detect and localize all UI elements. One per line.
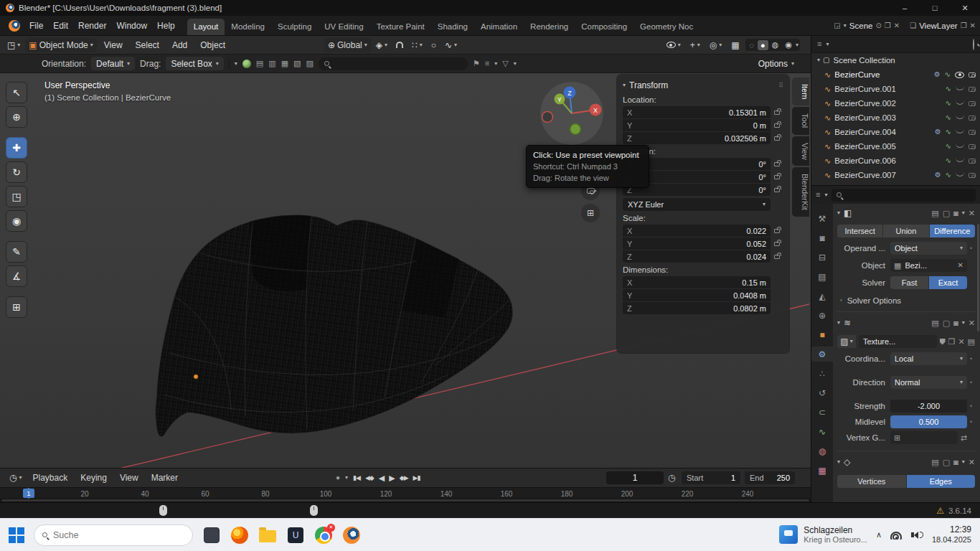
search-input[interactable] <box>53 530 168 540</box>
location-x-field[interactable]: X0.15301 m <box>623 106 771 118</box>
chevron-down-icon[interactable]: ▾ <box>345 475 348 481</box>
sidebar-tab-blenderkit[interactable]: BlenderKit <box>792 167 809 217</box>
dimensions-y-field[interactable]: Y0.0408 m <box>623 289 771 301</box>
remove-modifier-icon[interactable]: ✕ <box>969 458 975 466</box>
timeline-ruler[interactable]: 20 40 60 80 100 120 140 160 180 200 220 … <box>0 487 811 502</box>
tab-world[interactable]: ⊕ <box>811 308 833 323</box>
list-display-icon[interactable]: ≡ <box>485 60 489 67</box>
menu-keying[interactable]: Keying <box>75 473 113 483</box>
minimize-button[interactable]: – <box>890 0 920 16</box>
previous-keyframe-button[interactable]: ◀◆ <box>365 474 374 481</box>
tool-annotate[interactable]: ✎ <box>6 241 27 263</box>
outliner-root-collection[interactable]: ▾ ▢ Scene Collection <box>811 53 980 67</box>
orientation-setting-dropdown[interactable]: Default ▾ <box>91 57 135 70</box>
render-camera-icon[interactable] <box>969 87 976 92</box>
workspace-tab-compositing[interactable]: Compositing <box>575 19 633 35</box>
outliner-editor-icon[interactable]: ≡ <box>817 40 821 48</box>
affect-edges-button[interactable]: Edges <box>907 475 976 488</box>
copy-texture-icon[interactable]: ❐ <box>948 338 956 346</box>
sidebar-tab-tool[interactable]: Tool <box>792 107 809 134</box>
tab-constraints[interactable]: ⊂ <box>811 405 833 420</box>
display-render-icon[interactable]: ◙ <box>953 458 958 466</box>
display-render-icon[interactable]: ◙ <box>953 209 958 217</box>
workspace-tab-uv-editing[interactable]: UV Editing <box>318 19 369 35</box>
lock-icon[interactable] <box>771 188 783 192</box>
drag-setting-dropdown[interactable]: Select Box ▾ <box>166 57 223 70</box>
tab-particles[interactable]: ∴ <box>811 366 833 381</box>
solver-fast-button[interactable]: Fast <box>890 276 928 289</box>
proportional-editing-toggle[interactable]: ○ <box>428 38 440 52</box>
tab-material[interactable]: ◍ <box>811 443 833 458</box>
outliner-item[interactable]: ∿ BezierCurve.005 ∿ <box>811 139 980 154</box>
scale-x-field[interactable]: X0.022 <box>623 225 771 237</box>
tool-transform[interactable]: ◉ <box>6 210 27 232</box>
lock-icon[interactable] <box>771 110 783 115</box>
chevron-down-icon[interactable]: ▾ <box>235 61 237 67</box>
render-camera-icon[interactable] <box>969 101 976 106</box>
clock-icon[interactable]: ◷ <box>668 474 675 482</box>
snap-mode-icon-3[interactable]: ▦ <box>281 60 288 67</box>
scale-z-field[interactable]: Z0.024 <box>623 250 771 263</box>
menu-add[interactable]: Add <box>166 40 193 50</box>
lock-icon[interactable] <box>771 175 783 179</box>
menu-marker[interactable]: Marker <box>146 473 184 483</box>
bookmark-flag-icon[interactable]: ⚑ <box>473 60 480 67</box>
lock-icon[interactable] <box>771 162 783 166</box>
start-button[interactable] <box>9 527 24 543</box>
properties-editor-icon[interactable]: ≡ <box>816 191 820 199</box>
tray-expand-icon[interactable]: ∧ <box>876 531 882 539</box>
gizmos-dropdown[interactable]: + ▾ <box>687 38 704 52</box>
hidden-eye-icon[interactable] <box>956 158 964 162</box>
shading-solid-button[interactable]: ● <box>758 40 768 50</box>
boolean-modifier-header[interactable]: ▾ ◧ ▤ ▢ ◙ ▾ ✕ <box>837 207 975 220</box>
pivot-point-dropdown[interactable]: ◈ ▾ <box>372 38 391 52</box>
operation-union-button[interactable]: Union <box>883 225 928 237</box>
menu-edit[interactable]: Edit <box>48 19 73 33</box>
decorator-dot[interactable]: • <box>967 403 975 410</box>
snap-settings-dropdown[interactable]: ∷ ▾ <box>408 38 426 52</box>
tab-output[interactable]: ⊟ <box>811 250 833 265</box>
workspace-tab-rendering[interactable]: Rendering <box>524 19 575 35</box>
display-editmode-icon[interactable]: ▤ <box>931 458 938 466</box>
display-editmode-icon[interactable]: ▤ <box>931 209 938 217</box>
menu-file[interactable]: File <box>24 19 48 33</box>
chevron-down-icon[interactable]: ▾ <box>796 42 798 48</box>
viewport-grid-button[interactable]: ⊞ <box>581 204 600 222</box>
menu-render[interactable]: Render <box>73 19 111 33</box>
proportional-falloff-dropdown[interactable]: ∿ ▾ <box>441 38 461 52</box>
sidebar-tab-view[interactable]: View <box>792 136 809 166</box>
strength-field[interactable]: -2.000 <box>890 400 967 413</box>
hidden-eye-icon[interactable] <box>956 115 964 119</box>
fake-user-shield-icon[interactable] <box>940 339 946 345</box>
tab-object[interactable]: ■ <box>811 327 833 342</box>
jump-to-start-button[interactable]: ▮◀ <box>353 474 360 481</box>
shading-material-button[interactable]: ◍ <box>769 39 782 50</box>
timeline-editor-type-button[interactable]: ◷ ▾ <box>6 471 26 485</box>
chevron-down-icon[interactable]: ▾ <box>494 61 497 67</box>
workspace-tab-layout[interactable]: Layout <box>187 19 225 35</box>
render-camera-icon[interactable] <box>969 173 976 178</box>
tab-render[interactable]: ◙ <box>811 230 833 245</box>
taskbar-search[interactable] <box>34 524 193 546</box>
transform-orientation-dropdown[interactable]: ⊕ Global ▾ <box>324 38 371 52</box>
midlevel-slider[interactable]: 0.500 <box>890 415 967 428</box>
texture-name-field[interactable]: Texture... <box>859 335 937 348</box>
snap-toggle[interactable] <box>392 38 407 52</box>
tool-cursor[interactable]: ⊕ <box>6 106 27 128</box>
menu-window[interactable]: Window <box>111 19 152 33</box>
scale-y-field[interactable]: Y0.052 <box>623 237 771 250</box>
workspace-tab-shading[interactable]: Shading <box>431 19 474 35</box>
menu-help[interactable]: Help <box>152 19 180 33</box>
jump-to-end-button[interactable]: ▶▮ <box>413 474 420 481</box>
taskbar-explorer[interactable] <box>258 526 277 545</box>
gizmo-neg-y-axis[interactable] <box>570 124 581 135</box>
lock-icon[interactable] <box>771 255 783 259</box>
chevron-down-icon[interactable]: ▾ <box>844 23 847 29</box>
operation-intersect-button[interactable]: Intersect <box>837 225 882 237</box>
shading-rendered-button[interactable]: ◉ <box>782 39 795 50</box>
warning-icon[interactable]: ⚠ <box>936 507 944 515</box>
wifi-icon[interactable] <box>890 531 903 540</box>
timeline-playhead[interactable]: 1 <box>23 489 34 498</box>
tool-measure[interactable]: ∡ <box>6 265 27 287</box>
hidden-eye-icon[interactable] <box>956 86 964 90</box>
